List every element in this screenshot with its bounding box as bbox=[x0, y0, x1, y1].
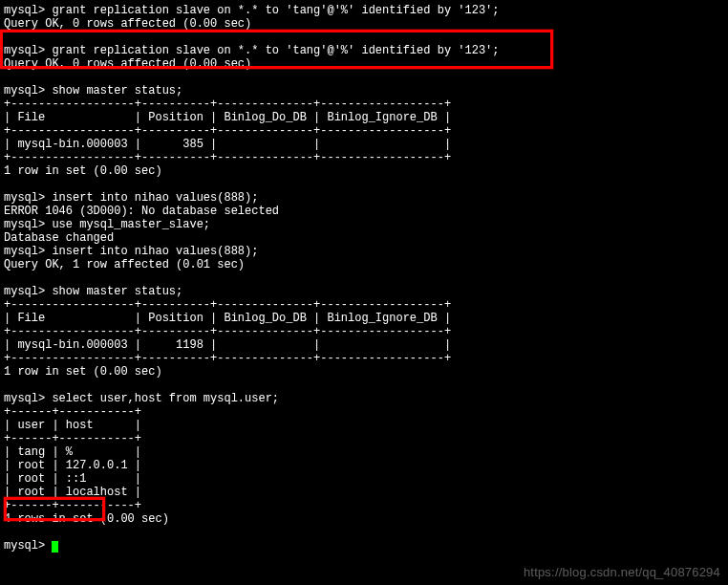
output-line: mysql> insert into nihao values(888); bbox=[4, 245, 258, 258]
output-line: | mysql-bin.000003 | 1198 | | | bbox=[4, 338, 451, 352]
output-line: 4 rows in set (0.00 sec) bbox=[4, 512, 169, 526]
output-line: +------------------+----------+---------… bbox=[4, 325, 451, 338]
output-line: mysql> select user,host from mysql.user; bbox=[4, 392, 279, 405]
output-line: Query OK, 0 rows affected (0.00 sec) bbox=[4, 17, 251, 31]
output-line: | root | localhost | bbox=[4, 486, 141, 499]
prompt-line[interactable]: mysql> bbox=[4, 539, 58, 552]
output-line: mysql> show master status; bbox=[4, 84, 182, 98]
output-line: mysql> grant replication slave on *.* to… bbox=[4, 44, 499, 57]
output-line: | user | host | bbox=[4, 419, 141, 432]
terminal-output[interactable]: mysql> grant replication slave on *.* to… bbox=[0, 0, 728, 552]
output-line: mysql> insert into nihao values(888); bbox=[4, 191, 258, 205]
output-line: | mysql-bin.000003 | 385 | | | bbox=[4, 138, 451, 151]
output-line: +------------------+----------+---------… bbox=[4, 124, 451, 138]
output-line: | File | Position | Binlog_Do_DB | Binlo… bbox=[4, 111, 451, 124]
output-line: Database changed bbox=[4, 231, 114, 245]
output-line: +------------------+----------+---------… bbox=[4, 298, 451, 312]
output-line: +------+-----------+ bbox=[4, 432, 141, 445]
output-line: +------+-----------+ bbox=[4, 405, 141, 419]
cursor-icon bbox=[52, 541, 58, 552]
output-line: mysql> grant replication slave on *.* to… bbox=[4, 4, 499, 17]
output-line: 1 row in set (0.00 sec) bbox=[4, 164, 162, 178]
output-line: Query OK, 0 rows affected (0.00 sec) bbox=[4, 57, 251, 71]
output-line: mysql> use mysql_master_slave; bbox=[4, 218, 210, 231]
output-line: | root | ::1 | bbox=[4, 472, 141, 486]
output-line: +------------------+----------+---------… bbox=[4, 151, 451, 164]
output-line: | tang | % | bbox=[4, 445, 141, 459]
output-line: Query OK, 1 row affected (0.01 sec) bbox=[4, 258, 245, 271]
output-line: +------------------+----------+---------… bbox=[4, 352, 451, 365]
prompt-text: mysql> bbox=[4, 539, 52, 552]
output-line: | File | Position | Binlog_Do_DB | Binlo… bbox=[4, 312, 451, 325]
output-line: 1 row in set (0.00 sec) bbox=[4, 365, 162, 379]
watermark-text: https://blog.csdn.net/qq_40876294 bbox=[524, 566, 720, 579]
output-line: +------+-----------+ bbox=[4, 499, 141, 512]
output-line: ERROR 1046 (3D000): No database selected bbox=[4, 205, 279, 218]
output-line: | root | 127.0.0.1 | bbox=[4, 459, 141, 472]
output-line: mysql> show master status; bbox=[4, 285, 182, 298]
output-line: +------------------+----------+---------… bbox=[4, 98, 451, 111]
